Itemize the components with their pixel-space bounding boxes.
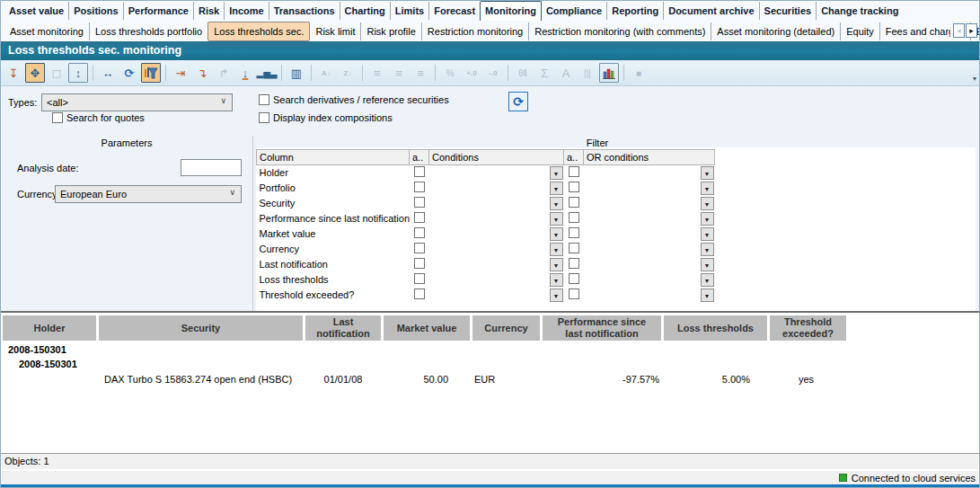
sum-icon[interactable]: Σ bbox=[534, 63, 554, 83]
currency-select[interactable]: European Euro ∨ bbox=[55, 185, 242, 203]
subtab-risk-profile[interactable]: Risk profile bbox=[360, 22, 420, 40]
or-and-checkbox[interactable] bbox=[569, 258, 579, 269]
subtab-asset-monitoring[interactable]: Asset monitoring bbox=[4, 22, 89, 40]
analysis-date-input[interactable] bbox=[181, 159, 242, 176]
conditions-dropdown[interactable]: ▼ bbox=[550, 288, 563, 302]
or-conditions-dropdown[interactable]: ▼ bbox=[701, 273, 714, 287]
menu-performance[interactable]: Performance bbox=[123, 2, 193, 20]
menu-document-archive[interactable]: Document archive bbox=[663, 2, 758, 20]
conditions-dropdown[interactable]: ▼ bbox=[550, 243, 563, 256]
or-conditions-dropdown[interactable]: ▼ bbox=[701, 243, 714, 256]
menu-positions[interactable]: Positions bbox=[68, 2, 123, 20]
fit-window-icon[interactable]: ✥ bbox=[25, 63, 45, 83]
subtab-restriction-monitoring[interactable]: Restriction monitoring bbox=[421, 22, 528, 40]
sort-ascending-icon[interactable]: A↓ bbox=[316, 63, 336, 83]
chart-columns-icon[interactable]: ▥ bbox=[287, 63, 306, 83]
and-checkbox[interactable] bbox=[414, 243, 425, 253]
conditions-dropdown[interactable]: ▼ bbox=[550, 258, 563, 271]
results-header-market-value[interactable]: Market value bbox=[384, 315, 470, 341]
menu-compliance[interactable]: Compliance bbox=[542, 2, 606, 20]
fit-height-icon[interactable]: ↕ bbox=[68, 63, 88, 83]
or-and-checkbox[interactable] bbox=[569, 166, 579, 177]
results-splitter[interactable] bbox=[1, 311, 979, 313]
or-conditions-dropdown[interactable]: ▼ bbox=[701, 258, 714, 271]
menu-risk[interactable]: Risk bbox=[193, 2, 224, 20]
stop-icon[interactable]: ■ bbox=[629, 63, 649, 83]
conditions-dropdown[interactable]: ▼ bbox=[550, 273, 563, 287]
align-right-icon[interactable]: ≡ bbox=[411, 63, 430, 83]
subtab-equity[interactable]: Equity bbox=[840, 22, 879, 40]
filter-icon[interactable] bbox=[141, 63, 161, 83]
refresh-icon[interactable]: ⟳ bbox=[119, 63, 139, 83]
toolbar-overflow-icon[interactable]: ▾ bbox=[973, 75, 976, 83]
menu-transactions[interactable]: Transactions bbox=[269, 2, 340, 20]
or-and-checkbox[interactable] bbox=[569, 197, 579, 208]
align-center-icon[interactable]: ≡ bbox=[389, 63, 409, 83]
insert-row-icon[interactable]: ⇥ bbox=[171, 63, 190, 83]
subtab-loss-thresholds-sec-selected[interactable]: Loss thresholds sec. bbox=[207, 22, 310, 41]
save-layout-icon[interactable]: ↧ bbox=[4, 63, 23, 83]
percent-icon[interactable]: % bbox=[440, 63, 460, 83]
or-and-checkbox[interactable] bbox=[569, 273, 579, 284]
move-row-down-icon[interactable]: ↴ bbox=[192, 63, 212, 83]
or-conditions-dropdown[interactable]: ▼ bbox=[701, 212, 714, 226]
subtab-loss-thresholds-portfolio[interactable]: Loss thresholds portfolio bbox=[89, 22, 207, 40]
menu-monitoring-selected[interactable]: Monitoring bbox=[480, 1, 542, 21]
and-checkbox[interactable] bbox=[414, 197, 425, 208]
and-checkbox[interactable] bbox=[414, 182, 425, 192]
chart-colored-icon[interactable] bbox=[599, 63, 619, 83]
search-quotes-checkbox[interactable] bbox=[52, 112, 63, 123]
or-conditions-dropdown[interactable]: ▼ bbox=[701, 182, 714, 195]
results-header-security[interactable]: Security bbox=[99, 315, 303, 341]
conditions-dropdown[interactable]: ▼ bbox=[550, 166, 563, 180]
subtab-risk-limit[interactable]: Risk limit bbox=[310, 22, 360, 40]
or-conditions-dropdown[interactable]: ▼ bbox=[701, 166, 714, 180]
execute-search-button[interactable]: ⟳ bbox=[508, 92, 528, 111]
results-header-loss-thresholds[interactable]: Loss thresholds bbox=[664, 315, 767, 341]
remove-decimal-icon[interactable]: -.0 bbox=[483, 63, 503, 83]
conditions-dropdown[interactable]: ▼ bbox=[550, 227, 563, 241]
menu-securities[interactable]: Securities bbox=[759, 2, 817, 20]
conditions-dropdown[interactable]: ▼ bbox=[550, 197, 563, 210]
display-settings-icon[interactable]: θ‖ bbox=[513, 63, 533, 83]
and-checkbox[interactable] bbox=[414, 288, 425, 299]
menu-charting[interactable]: Charting bbox=[340, 2, 390, 20]
conditions-dropdown[interactable]: ▼ bbox=[550, 182, 563, 195]
group-row-holder[interactable]: 2008-150301 bbox=[8, 344, 66, 355]
fit-width-icon[interactable]: ↔ bbox=[98, 63, 118, 83]
scroll-tabs-right-button[interactable]: ▸ bbox=[966, 23, 977, 38]
menu-change-tracking[interactable]: Change tracking bbox=[816, 2, 903, 20]
and-checkbox[interactable] bbox=[414, 212, 425, 223]
display-index-checkbox[interactable] bbox=[259, 112, 269, 123]
or-and-checkbox[interactable] bbox=[569, 212, 579, 223]
and-checkbox[interactable] bbox=[414, 227, 425, 238]
conditions-dropdown[interactable]: ▼ bbox=[550, 212, 563, 226]
font-icon[interactable]: A bbox=[556, 63, 576, 83]
scroll-tabs-left-button[interactable]: ◂ bbox=[953, 23, 965, 38]
results-header-currency[interactable]: Currency bbox=[472, 315, 540, 341]
and-checkbox[interactable] bbox=[414, 166, 425, 177]
menu-limits[interactable]: Limits bbox=[390, 2, 428, 20]
results-header-last-notification[interactable]: Last notification bbox=[305, 315, 381, 341]
or-and-checkbox[interactable] bbox=[569, 227, 579, 238]
menu-reporting[interactable]: Reporting bbox=[606, 2, 663, 20]
and-checkbox[interactable] bbox=[414, 258, 425, 269]
or-conditions-dropdown[interactable]: ▼ bbox=[701, 288, 714, 302]
align-left-icon[interactable]: ≡ bbox=[367, 63, 387, 83]
or-and-checkbox[interactable] bbox=[569, 182, 579, 192]
or-and-checkbox[interactable] bbox=[569, 243, 579, 253]
and-checkbox[interactable] bbox=[414, 273, 425, 284]
types-select[interactable]: <all> ∨ bbox=[41, 93, 233, 111]
select-region-icon[interactable]: ◻ bbox=[47, 63, 66, 83]
menu-income[interactable]: Income bbox=[224, 2, 269, 20]
or-and-checkbox[interactable] bbox=[569, 288, 579, 299]
sort-descending-icon[interactable]: Z↓ bbox=[338, 63, 358, 83]
subgroup-row-holder[interactable]: 2008-150301 bbox=[19, 359, 77, 369]
menu-forecast[interactable]: Forecast bbox=[428, 2, 480, 20]
subtab-restriction-monitoring-comments[interactable]: Restriction monitoring (with comments) bbox=[528, 22, 711, 40]
results-header-performance[interactable]: Performance since last notification bbox=[543, 315, 661, 341]
results-header-holder[interactable]: Holder bbox=[3, 315, 96, 341]
or-conditions-dropdown[interactable]: ▼ bbox=[701, 227, 714, 241]
subtab-asset-monitoring-detailed[interactable]: Asset monitoring (detailed) bbox=[711, 22, 840, 40]
add-decimal-icon[interactable]: +.0 bbox=[462, 63, 481, 83]
